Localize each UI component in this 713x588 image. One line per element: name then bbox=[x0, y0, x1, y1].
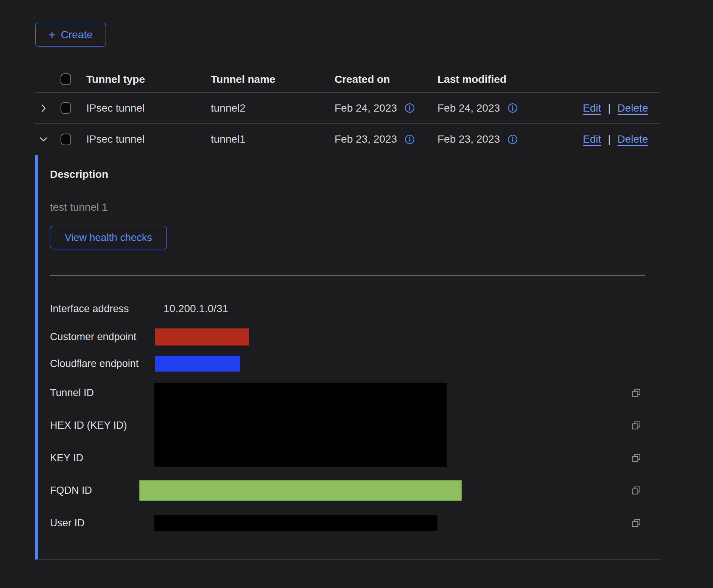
column-header-tunnel-name: Tunnel name bbox=[211, 73, 335, 86]
create-button[interactable]: + Create bbox=[35, 23, 106, 47]
cloudflare-endpoint-redacted-value bbox=[155, 356, 240, 372]
tunnels-table: Tunnel type Tunnel name Created on Last … bbox=[35, 66, 660, 155]
field-label: Customer endpoint bbox=[50, 331, 163, 343]
panel-divider bbox=[50, 275, 645, 275]
tunnel-details-list: Interface address 10.200.1.0/31 Customer… bbox=[50, 295, 660, 539]
tunnel-name-cell: tunnel1 bbox=[211, 133, 335, 145]
created-on-date: Feb 24, 2023 bbox=[335, 102, 397, 114]
info-icon[interactable] bbox=[508, 134, 518, 145]
last-modified-date: Feb 24, 2023 bbox=[437, 102, 500, 114]
field-label: HEX ID (KEY ID) bbox=[50, 420, 163, 431]
detail-row-cloudflare-endpoint: Cloudflare endpoint bbox=[50, 351, 660, 376]
copy-icon[interactable] bbox=[631, 388, 641, 398]
customer-endpoint-redacted-value bbox=[155, 328, 249, 345]
checkbox-cell bbox=[61, 134, 86, 145]
copy-icon[interactable] bbox=[631, 518, 641, 528]
description-heading: Description bbox=[50, 168, 660, 180]
select-all-cell bbox=[61, 73, 86, 85]
select-all-checkbox[interactable] bbox=[61, 73, 71, 85]
copy-icon[interactable] bbox=[631, 485, 641, 496]
ids-redacted-value bbox=[154, 383, 447, 467]
detail-row-user-id: User ID bbox=[50, 507, 660, 539]
action-separator: | bbox=[608, 102, 610, 114]
info-icon[interactable] bbox=[405, 134, 415, 145]
checkbox-cell bbox=[61, 102, 86, 114]
created-on-cell: Feb 24, 2023 bbox=[335, 102, 437, 114]
delete-link[interactable]: Delete bbox=[618, 102, 648, 114]
column-header-last-modified: Last modified bbox=[437, 73, 548, 86]
expander-cell bbox=[35, 103, 61, 113]
tunnel-type-cell: IPsec tunnel bbox=[86, 102, 211, 114]
table-row: IPsec tunnel tunnel1 Feb 23, 2023 Feb 23… bbox=[35, 124, 660, 155]
tunnel-detail-panel: Description test tunnel 1 View health ch… bbox=[35, 155, 660, 560]
row-checkbox[interactable] bbox=[61, 134, 71, 145]
column-header-tunnel-type: Tunnel type bbox=[86, 73, 211, 86]
last-modified-cell: Feb 24, 2023 bbox=[437, 102, 548, 114]
field-label: Tunnel ID bbox=[50, 387, 163, 399]
chevron-down-icon[interactable] bbox=[39, 134, 48, 144]
interface-address-value: 10.200.1.0/31 bbox=[163, 303, 228, 315]
created-on-cell: Feb 23, 2023 bbox=[335, 133, 437, 145]
ipsec-tunnels-page: + Create Tunnel type Tunnel name Created… bbox=[0, 0, 713, 560]
description-text: test tunnel 1 bbox=[50, 201, 660, 214]
last-modified-date: Feb 23, 2023 bbox=[437, 133, 500, 145]
action-separator: | bbox=[608, 133, 610, 145]
table-header-row: Tunnel type Tunnel name Created on Last … bbox=[35, 66, 660, 93]
delete-link[interactable]: Delete bbox=[618, 133, 648, 145]
fqdn-id-redacted-value bbox=[139, 480, 462, 501]
row-checkbox[interactable] bbox=[61, 102, 71, 114]
table-row: IPsec tunnel tunnel2 Feb 24, 2023 Feb 24… bbox=[35, 93, 660, 124]
field-label: Interface address bbox=[50, 303, 163, 315]
edit-link[interactable]: Edit bbox=[583, 102, 601, 114]
tunnel-name-cell: tunnel2 bbox=[211, 102, 335, 114]
actions-cell: Edit | Delete bbox=[548, 102, 660, 114]
expander-cell bbox=[35, 134, 61, 144]
created-on-date: Feb 23, 2023 bbox=[335, 133, 397, 145]
detail-row-interface-address: Interface address 10.200.1.0/31 bbox=[50, 295, 660, 323]
user-id-redacted-value bbox=[154, 515, 437, 531]
tunnel-type-cell: IPsec tunnel bbox=[86, 133, 211, 145]
field-label: User ID bbox=[50, 517, 163, 529]
info-icon[interactable] bbox=[508, 103, 518, 113]
field-label: KEY ID bbox=[50, 452, 163, 464]
edit-link[interactable]: Edit bbox=[583, 133, 601, 145]
view-health-checks-button[interactable]: View health checks bbox=[50, 226, 167, 249]
create-button-label: Create bbox=[61, 29, 93, 41]
copy-icon[interactable] bbox=[631, 420, 641, 431]
chevron-right-icon[interactable] bbox=[39, 103, 48, 113]
column-header-created-on: Created on bbox=[335, 73, 437, 86]
last-modified-cell: Feb 23, 2023 bbox=[437, 133, 548, 145]
detail-row-customer-endpoint: Customer endpoint bbox=[50, 323, 660, 351]
info-icon[interactable] bbox=[405, 103, 415, 113]
actions-cell: Edit | Delete bbox=[548, 133, 660, 145]
field-label: Cloudflare endpoint bbox=[50, 358, 163, 370]
detail-rows-ids-group: Tunnel ID HEX ID (KEY ID) KEY ID bbox=[50, 376, 660, 474]
detail-row-fqdn-id: FQDN ID bbox=[50, 474, 660, 507]
copy-icon[interactable] bbox=[631, 453, 641, 463]
plus-icon: + bbox=[48, 29, 56, 41]
